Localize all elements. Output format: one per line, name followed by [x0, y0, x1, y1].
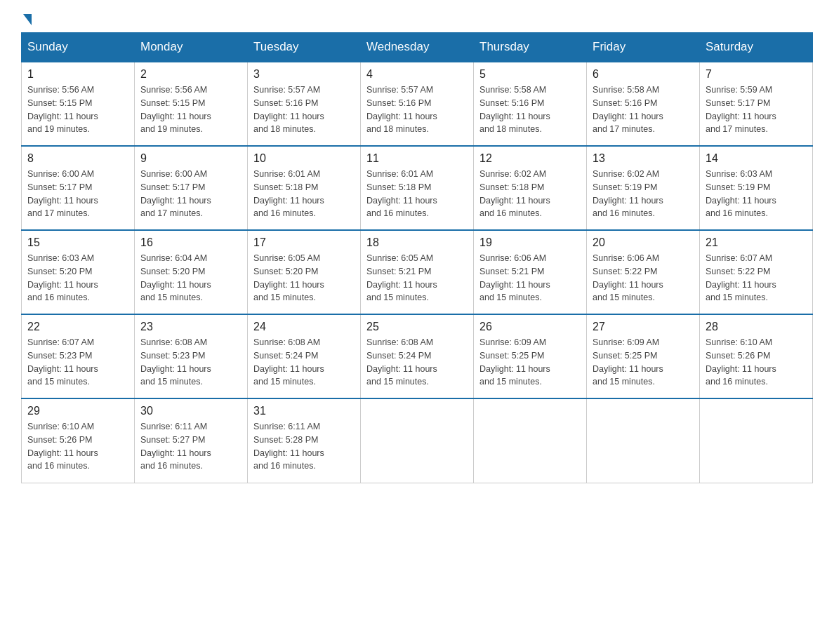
day-number: 20 [593, 236, 694, 249]
weekday-header-wednesday: Wednesday [361, 33, 474, 62]
calendar-cell: 17 Sunrise: 6:05 AMSunset: 5:20 PMDaylig… [248, 230, 361, 314]
calendar-cell: 22 Sunrise: 6:07 AMSunset: 5:23 PMDaylig… [22, 314, 135, 398]
day-number: 24 [253, 321, 355, 333]
calendar-week-row: 22 Sunrise: 6:07 AMSunset: 5:23 PMDaylig… [22, 314, 813, 398]
day-number: 14 [706, 152, 807, 165]
calendar-cell: 8 Sunrise: 6:00 AMSunset: 5:17 PMDayligh… [22, 146, 135, 230]
day-number: 21 [706, 236, 807, 249]
calendar-table: SundayMondayTuesdayWednesdayThursdayFrid… [21, 32, 813, 483]
calendar-week-row: 8 Sunrise: 6:00 AMSunset: 5:17 PMDayligh… [22, 146, 813, 230]
logo[interactable] [21, 14, 34, 25]
day-info: Sunrise: 6:09 AMSunset: 5:25 PMDaylight:… [593, 336, 694, 389]
day-number: 7 [706, 68, 807, 81]
weekday-header-thursday: Thursday [474, 33, 587, 62]
calendar-cell: 14 Sunrise: 6:03 AMSunset: 5:19 PMDaylig… [700, 146, 813, 230]
day-info: Sunrise: 6:08 AMSunset: 5:23 PMDaylight:… [140, 336, 241, 389]
calendar-cell: 16 Sunrise: 6:04 AMSunset: 5:20 PMDaylig… [135, 230, 248, 314]
day-info: Sunrise: 5:58 AMSunset: 5:16 PMDaylight:… [593, 83, 694, 136]
day-info: Sunrise: 5:56 AMSunset: 5:15 PMDaylight:… [140, 83, 241, 136]
calendar-cell: 9 Sunrise: 6:00 AMSunset: 5:17 PMDayligh… [135, 146, 248, 230]
calendar-cell: 5 Sunrise: 5:58 AMSunset: 5:16 PMDayligh… [474, 62, 587, 146]
calendar-cell: 30 Sunrise: 6:11 AMSunset: 5:27 PMDaylig… [135, 398, 248, 483]
day-number: 18 [366, 236, 468, 249]
calendar-cell: 29 Sunrise: 6:10 AMSunset: 5:26 PMDaylig… [22, 398, 135, 483]
day-info: Sunrise: 6:05 AMSunset: 5:21 PMDaylight:… [366, 252, 468, 304]
weekday-header-saturday: Saturday [700, 33, 813, 62]
calendar-cell: 28 Sunrise: 6:10 AMSunset: 5:26 PMDaylig… [700, 314, 813, 398]
calendar-cell: 11 Sunrise: 6:01 AMSunset: 5:18 PMDaylig… [361, 146, 474, 230]
day-number: 1 [27, 68, 128, 81]
calendar-cell: 1 Sunrise: 5:56 AMSunset: 5:15 PMDayligh… [22, 62, 135, 146]
day-number: 6 [593, 68, 694, 81]
day-info: Sunrise: 6:01 AMSunset: 5:18 PMDaylight:… [366, 168, 468, 220]
day-number: 22 [27, 321, 128, 333]
day-info: Sunrise: 6:10 AMSunset: 5:26 PMDaylight:… [27, 420, 128, 473]
day-info: Sunrise: 6:03 AMSunset: 5:20 PMDaylight:… [27, 252, 128, 304]
day-info: Sunrise: 6:10 AMSunset: 5:26 PMDaylight:… [706, 336, 807, 389]
day-number: 28 [706, 321, 807, 333]
day-info: Sunrise: 5:58 AMSunset: 5:16 PMDaylight:… [479, 83, 581, 136]
day-number: 10 [253, 152, 355, 165]
calendar-cell: 6 Sunrise: 5:58 AMSunset: 5:16 PMDayligh… [587, 62, 700, 146]
day-number: 27 [593, 321, 694, 333]
day-info: Sunrise: 6:01 AMSunset: 5:18 PMDaylight:… [253, 168, 355, 220]
day-number: 17 [253, 236, 355, 249]
day-info: Sunrise: 6:03 AMSunset: 5:19 PMDaylight:… [706, 168, 807, 220]
calendar-week-row: 1 Sunrise: 5:56 AMSunset: 5:15 PMDayligh… [22, 62, 813, 146]
calendar-cell [700, 398, 813, 483]
page-header [21, 14, 813, 25]
day-number: 29 [27, 405, 128, 417]
calendar-cell: 26 Sunrise: 6:09 AMSunset: 5:25 PMDaylig… [474, 314, 587, 398]
day-number: 31 [253, 405, 355, 417]
day-info: Sunrise: 6:05 AMSunset: 5:20 PMDaylight:… [253, 252, 355, 304]
calendar-cell: 18 Sunrise: 6:05 AMSunset: 5:21 PMDaylig… [361, 230, 474, 314]
day-info: Sunrise: 5:56 AMSunset: 5:15 PMDaylight:… [27, 83, 128, 136]
day-number: 25 [366, 321, 468, 333]
day-number: 23 [140, 321, 241, 333]
day-info: Sunrise: 6:08 AMSunset: 5:24 PMDaylight:… [366, 336, 468, 389]
day-info: Sunrise: 6:07 AMSunset: 5:23 PMDaylight:… [27, 336, 128, 389]
day-info: Sunrise: 6:11 AMSunset: 5:28 PMDaylight:… [253, 420, 355, 473]
day-number: 5 [479, 68, 581, 81]
weekday-header-monday: Monday [135, 33, 248, 62]
day-number: 13 [593, 152, 694, 165]
calendar-cell: 15 Sunrise: 6:03 AMSunset: 5:20 PMDaylig… [22, 230, 135, 314]
day-info: Sunrise: 6:07 AMSunset: 5:22 PMDaylight:… [706, 252, 807, 304]
calendar-cell: 12 Sunrise: 6:02 AMSunset: 5:18 PMDaylig… [474, 146, 587, 230]
day-info: Sunrise: 5:57 AMSunset: 5:16 PMDaylight:… [253, 83, 355, 136]
calendar-cell: 2 Sunrise: 5:56 AMSunset: 5:15 PMDayligh… [135, 62, 248, 146]
day-info: Sunrise: 6:08 AMSunset: 5:24 PMDaylight:… [253, 336, 355, 389]
weekday-header-sunday: Sunday [22, 33, 135, 62]
day-info: Sunrise: 6:06 AMSunset: 5:21 PMDaylight:… [479, 252, 581, 304]
day-info: Sunrise: 5:57 AMSunset: 5:16 PMDaylight:… [366, 83, 468, 136]
calendar-cell: 31 Sunrise: 6:11 AMSunset: 5:28 PMDaylig… [248, 398, 361, 483]
calendar-cell: 13 Sunrise: 6:02 AMSunset: 5:19 PMDaylig… [587, 146, 700, 230]
day-info: Sunrise: 6:06 AMSunset: 5:22 PMDaylight:… [593, 252, 694, 304]
calendar-cell: 10 Sunrise: 6:01 AMSunset: 5:18 PMDaylig… [248, 146, 361, 230]
calendar-cell: 27 Sunrise: 6:09 AMSunset: 5:25 PMDaylig… [587, 314, 700, 398]
day-number: 30 [140, 405, 241, 417]
day-info: Sunrise: 6:02 AMSunset: 5:18 PMDaylight:… [479, 168, 581, 220]
calendar-cell [361, 398, 474, 483]
calendar-week-row: 29 Sunrise: 6:10 AMSunset: 5:26 PMDaylig… [22, 398, 813, 483]
calendar-cell: 24 Sunrise: 6:08 AMSunset: 5:24 PMDaylig… [248, 314, 361, 398]
day-number: 3 [253, 68, 355, 81]
calendar-cell [474, 398, 587, 483]
day-number: 12 [479, 152, 581, 165]
calendar-header-row: SundayMondayTuesdayWednesdayThursdayFrid… [22, 33, 813, 62]
day-number: 2 [140, 68, 241, 81]
calendar-week-row: 15 Sunrise: 6:03 AMSunset: 5:20 PMDaylig… [22, 230, 813, 314]
day-number: 26 [479, 321, 581, 333]
day-info: Sunrise: 5:59 AMSunset: 5:17 PMDaylight:… [706, 83, 807, 136]
calendar-cell: 21 Sunrise: 6:07 AMSunset: 5:22 PMDaylig… [700, 230, 813, 314]
logo-arrow-icon [23, 14, 32, 25]
calendar-cell [587, 398, 700, 483]
day-info: Sunrise: 6:11 AMSunset: 5:27 PMDaylight:… [140, 420, 241, 473]
day-info: Sunrise: 6:09 AMSunset: 5:25 PMDaylight:… [479, 336, 581, 389]
day-number: 16 [140, 236, 241, 249]
calendar-cell: 19 Sunrise: 6:06 AMSunset: 5:21 PMDaylig… [474, 230, 587, 314]
day-number: 8 [27, 152, 128, 165]
weekday-header-friday: Friday [587, 33, 700, 62]
day-number: 4 [366, 68, 468, 81]
calendar-cell: 20 Sunrise: 6:06 AMSunset: 5:22 PMDaylig… [587, 230, 700, 314]
